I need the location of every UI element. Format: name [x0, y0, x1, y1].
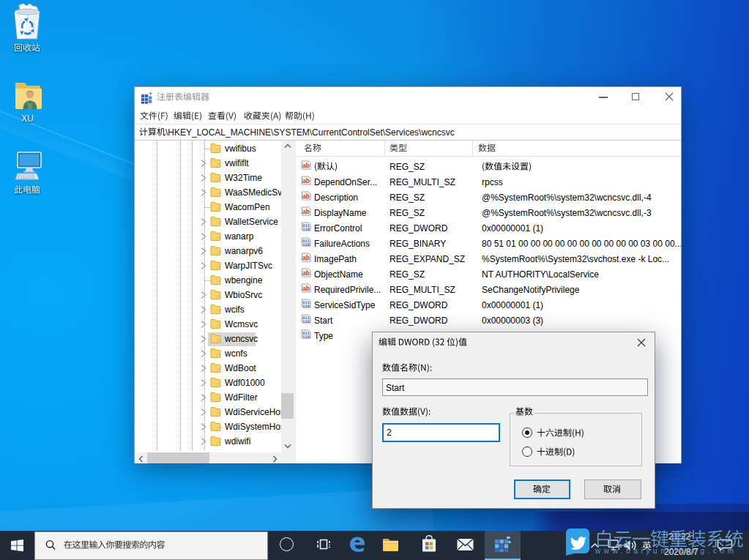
svg-text:110: 110 — [302, 335, 310, 340]
svg-text:110: 110 — [302, 243, 310, 247]
svg-text:ab: ab — [302, 193, 310, 200]
svg-text:ab: ab — [302, 177, 310, 184]
svg-text:ab: ab — [302, 285, 310, 292]
svg-text:110: 110 — [302, 320, 310, 324]
svg-text:ab: ab — [302, 269, 310, 277]
svg-text:ab: ab — [302, 254, 310, 261]
svg-text:110: 110 — [302, 305, 310, 309]
svg-text:ab: ab — [302, 208, 310, 215]
svg-text:ab: ab — [302, 162, 310, 169]
svg-text:110: 110 — [302, 228, 310, 232]
